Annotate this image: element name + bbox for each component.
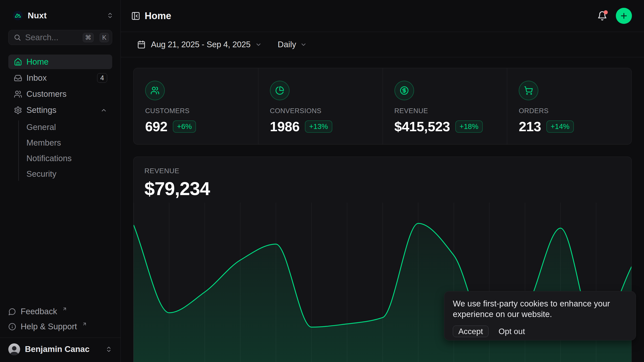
home-icon — [14, 58, 22, 66]
stats-card: CUSTOMERS 692 +6% CONVERSIONS 1986 +13% — [133, 68, 632, 145]
cookie-message: We use first-party cookies to enhance yo… — [453, 298, 629, 320]
stat-value: 213 — [519, 119, 541, 134]
notifications-button[interactable] — [597, 11, 607, 21]
stat-label: CUSTOMERS — [145, 107, 247, 115]
filters-toolbar: Aug 21, 2025 - Sep 4, 2025 Daily — [121, 32, 644, 57]
chevrons-up-down-icon — [105, 346, 112, 353]
workspace-name: Nuxt — [28, 11, 47, 20]
stat-delta-badge: +18% — [455, 120, 483, 133]
add-button[interactable] — [616, 8, 632, 24]
search-placeholder: Search... — [25, 33, 79, 42]
help-support-label: Help & Support — [21, 322, 77, 331]
inbox-badge: 4 — [97, 73, 107, 83]
stat-delta-badge: +13% — [305, 120, 332, 133]
kbd-k: K — [100, 33, 109, 42]
inbox-icon — [14, 74, 22, 82]
stat-value: 692 — [145, 119, 168, 134]
stat-value: 1986 — [270, 119, 300, 134]
date-range-button[interactable]: Aug 21, 2025 - Sep 4, 2025 — [151, 40, 251, 49]
sidebar-item-security[interactable]: Security — [8, 166, 112, 182]
arrow-up-right-icon — [82, 322, 87, 327]
stat-label: REVENUE — [394, 107, 496, 115]
shopping-cart-icon — [519, 81, 538, 100]
stat-revenue[interactable]: REVENUE $415,523 +18% — [383, 68, 507, 144]
sidebar-divider — [0, 338, 120, 338]
sidebar-item-general[interactable]: General — [8, 119, 112, 135]
sidebar-item-label: Settings — [26, 105, 56, 115]
chevron-down-icon — [300, 41, 307, 48]
stat-conversions[interactable]: CONVERSIONS 1986 +13% — [258, 68, 383, 144]
interval-select[interactable]: Daily — [278, 40, 296, 49]
cookie-banner: We use first-party cookies to enhance yo… — [444, 291, 636, 340]
sidebar-nav: Home Inbox 4 Customers Settings — [8, 55, 112, 183]
users-icon — [145, 81, 165, 100]
stat-delta-badge: +14% — [546, 120, 574, 133]
settings-icon — [14, 106, 22, 114]
submenu-guide-line — [18, 120, 19, 181]
workspace-selector[interactable]: Nuxt — [0, 0, 120, 20]
sidebar-item-label: Inbox — [26, 73, 47, 83]
sidebar: Nuxt Search... ⌘ K Home Inbox 4 — [0, 0, 121, 362]
notification-dot — [604, 10, 608, 14]
revenue-chart-label: REVENUE — [144, 167, 631, 175]
feedback-label: Feedback — [21, 307, 57, 316]
sidebar-item-inbox[interactable]: Inbox 4 — [8, 71, 112, 85]
search-icon — [14, 34, 21, 41]
help-support-link[interactable]: Help & Support — [8, 319, 112, 334]
chevrons-up-down-icon — [107, 12, 113, 19]
stat-label: ORDERS — [519, 107, 620, 115]
chevron-down-icon — [255, 41, 262, 48]
settings-submenu: General Members Notifications Security — [8, 119, 112, 183]
header-actions — [597, 8, 632, 24]
kbd-cmd: ⌘ — [83, 33, 94, 42]
circle-dollar-icon — [394, 81, 414, 100]
search-input[interactable]: Search... ⌘ K — [8, 30, 112, 45]
arrow-up-right-icon — [62, 306, 67, 311]
sidebar-item-home[interactable]: Home — [8, 55, 112, 69]
stat-customers[interactable]: CUSTOMERS 692 +6% — [134, 68, 258, 144]
chevron-up-icon — [100, 107, 107, 114]
opt-out-button[interactable]: Opt out — [499, 327, 525, 336]
info-icon — [8, 323, 16, 331]
sidebar-item-customers[interactable]: Customers — [8, 87, 112, 101]
sidebar-item-members[interactable]: Members — [8, 135, 112, 151]
users-icon — [14, 90, 22, 98]
sidebar-item-notifications[interactable]: Notifications — [8, 151, 112, 166]
nuxt-logo — [13, 11, 23, 20]
stat-delta-badge: +6% — [173, 120, 196, 133]
message-circle-icon — [8, 308, 16, 315]
sidebar-item-label: Home — [26, 57, 49, 67]
pie-chart-icon — [270, 81, 290, 100]
calendar-icon — [137, 40, 146, 49]
stat-value: $415,523 — [394, 119, 450, 134]
accept-button[interactable]: Accept — [453, 326, 489, 337]
page-title: Home — [145, 11, 171, 21]
sidebar-item-settings[interactable]: Settings — [8, 103, 112, 117]
sidebar-footer: Feedback Help & Support — [8, 304, 112, 338]
user-menu[interactable]: Benjamin Canac — [8, 340, 112, 358]
sidebar-item-label: Customers — [26, 89, 67, 99]
stat-label: CONVERSIONS — [270, 107, 371, 115]
revenue-chart-value: $79,234 — [144, 178, 631, 199]
panel-left-close-icon[interactable] — [131, 11, 140, 21]
stat-orders[interactable]: ORDERS 213 +14% — [507, 68, 631, 144]
user-name: Benjamin Canac — [25, 344, 90, 354]
avatar — [8, 343, 20, 355]
page-header: Home — [121, 0, 644, 32]
feedback-link[interactable]: Feedback — [8, 304, 112, 319]
